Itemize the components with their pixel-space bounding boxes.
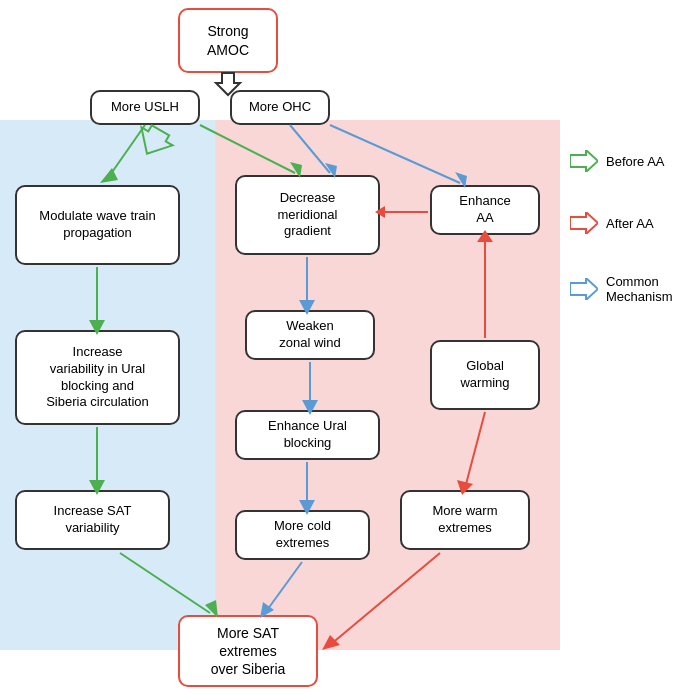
svg-marker-1 xyxy=(570,212,598,234)
box-global-label: Global warming xyxy=(460,358,509,392)
box-wave-label: Modulate wave train propagation xyxy=(39,208,155,242)
before-aa-arrow-icon xyxy=(570,150,598,172)
legend-common-item: Common Mechanism xyxy=(570,274,672,304)
common-arrow-icon xyxy=(570,278,598,300)
box-sat-extremes-label: More SAT extremes over Siberia xyxy=(211,624,286,679)
box-meridional-label: Decrease meridional gradient xyxy=(278,190,338,241)
box-ural-var-label: Increase variability in Ural blocking an… xyxy=(46,344,149,412)
legend-common: Common Mechanism xyxy=(570,274,672,304)
box-global: Global warming xyxy=(430,340,540,410)
box-amoc: Strong AMOC xyxy=(178,8,278,73)
legend-before-aa-item: Before AA xyxy=(570,150,665,172)
box-ohc: More OHC xyxy=(230,90,330,125)
legend-after-aa-label: After AA xyxy=(606,216,654,231)
box-wave: Modulate wave train propagation xyxy=(15,185,180,265)
box-warm-label: More warm extremes xyxy=(432,503,497,537)
box-aa-label: Enhance AA xyxy=(459,193,510,227)
box-ural-block: Enhance Ural blocking xyxy=(235,410,380,460)
box-cold-label: More cold extremes xyxy=(274,518,331,552)
box-ohc-label: More OHC xyxy=(249,99,311,116)
box-zonal-label: Weaken zonal wind xyxy=(279,318,340,352)
box-meridional: Decrease meridional gradient xyxy=(235,175,380,255)
box-aa: Enhance AA xyxy=(430,185,540,235)
legend-before-aa: Before AA xyxy=(570,150,665,172)
box-ural-block-label: Enhance Ural blocking xyxy=(268,418,347,452)
after-aa-arrow-icon xyxy=(570,212,598,234)
legend-after-aa-item: After AA xyxy=(570,212,654,234)
box-sat-var-label: Increase SAT variability xyxy=(54,503,132,537)
svg-marker-2 xyxy=(570,278,598,300)
box-uslh-label: More USLH xyxy=(111,99,179,116)
box-sat-extremes: More SAT extremes over Siberia xyxy=(178,615,318,687)
box-ural-var: Increase variability in Ural blocking an… xyxy=(15,330,180,425)
legend-after-aa: After AA xyxy=(570,212,654,234)
box-amoc-label: Strong AMOC xyxy=(207,22,249,58)
svg-marker-0 xyxy=(570,150,598,172)
legend-before-aa-label: Before AA xyxy=(606,154,665,169)
box-zonal: Weaken zonal wind xyxy=(245,310,375,360)
legend-common-label: Common Mechanism xyxy=(606,274,672,304)
diagram-container: Before AA After AA Common Mechanism Stro… xyxy=(0,0,699,700)
box-warm: More warm extremes xyxy=(400,490,530,550)
box-sat-var: Increase SAT variability xyxy=(15,490,170,550)
legend-area: Before AA After AA Common Mechanism xyxy=(560,120,699,650)
box-cold: More cold extremes xyxy=(235,510,370,560)
box-uslh: More USLH xyxy=(90,90,200,125)
